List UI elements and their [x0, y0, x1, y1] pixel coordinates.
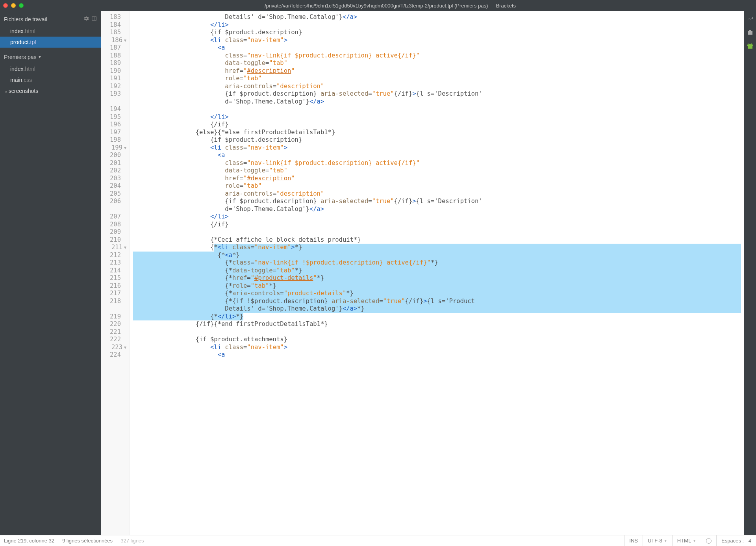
line-number[interactable]: [101, 305, 126, 313]
insert-mode[interactable]: INS: [624, 535, 643, 546]
code-line[interactable]: <a: [133, 44, 741, 52]
line-number[interactable]: 199▼: [101, 144, 126, 152]
code-line[interactable]: {*data-toggle="tab"*}: [133, 267, 741, 275]
minimize-window-button[interactable]: [11, 3, 16, 8]
working-file-index[interactable]: index.html: [0, 26, 101, 37]
code-line[interactable]: role="tab": [133, 182, 741, 190]
line-number[interactable]: 210: [101, 236, 126, 244]
lint-status[interactable]: [701, 535, 716, 546]
code-line[interactable]: Details' d='Shop.Theme.Catalog'}</a>: [133, 13, 741, 21]
line-number[interactable]: 192: [101, 83, 126, 91]
line-number[interactable]: 194: [101, 105, 126, 113]
indent-select[interactable]: Espaces : 4: [716, 535, 756, 546]
code-line[interactable]: {*href="#product-details"*}: [133, 274, 741, 282]
line-number[interactable]: 218: [101, 298, 126, 305]
line-number[interactable]: 183: [101, 13, 126, 21]
line-number[interactable]: 222: [101, 336, 126, 344]
split-view-icon[interactable]: [91, 16, 97, 22]
code-line[interactable]: role="tab": [133, 75, 741, 83]
line-number[interactable]: 219: [101, 313, 126, 321]
line-number[interactable]: 201: [101, 159, 126, 167]
code-line[interactable]: class="nav-link{if $product.description}…: [133, 159, 741, 167]
code-line[interactable]: {else}{*else firstProductDetailsTab1*}: [133, 129, 741, 137]
code-line[interactable]: [133, 105, 741, 113]
line-number[interactable]: 206: [101, 198, 126, 205]
line-number[interactable]: 221: [101, 328, 126, 336]
line-number[interactable]: 184: [101, 21, 126, 29]
line-number[interactable]: 223▼: [101, 344, 126, 352]
code-line[interactable]: <a: [133, 351, 741, 359]
code-line[interactable]: </li>: [133, 213, 741, 221]
line-number[interactable]: 205: [101, 190, 126, 198]
gear-icon[interactable]: [83, 16, 89, 22]
code-line[interactable]: <li class="nav-item">: [133, 144, 741, 152]
line-number[interactable]: 198: [101, 136, 126, 144]
code-line[interactable]: d='Shop.Theme.Catalog'}</a>: [133, 205, 741, 213]
project-item-index[interactable]: index.html: [0, 63, 101, 74]
code-line[interactable]: {*class="nav-link{if !$product.descripti…: [133, 259, 741, 267]
code-line[interactable]: {*{if !$product.description} aria-select…: [133, 298, 741, 305]
code-line[interactable]: [133, 328, 741, 336]
code-line[interactable]: {*role="tab"*}: [133, 282, 741, 290]
line-number[interactable]: 185: [101, 29, 126, 37]
line-number[interactable]: [101, 205, 126, 213]
close-window-button[interactable]: [3, 3, 8, 8]
code-line[interactable]: </li>: [133, 21, 741, 29]
line-number[interactable]: 207: [101, 213, 126, 221]
code-line[interactable]: </li>: [133, 113, 741, 121]
gift-icon[interactable]: [747, 43, 754, 51]
line-number[interactable]: 195: [101, 113, 126, 121]
encoding-select[interactable]: UTF-8 ▼: [643, 535, 672, 546]
code-line[interactable]: <li class="nav-item">: [133, 37, 741, 44]
code-line[interactable]: {if $product.description}: [133, 136, 741, 144]
code-line[interactable]: {*<li class="nav-item">*}: [133, 244, 741, 252]
extension-manager-icon[interactable]: [747, 29, 754, 37]
code-line[interactable]: {/if}{*end firstProductDetailsTab1*}: [133, 320, 741, 328]
code-line[interactable]: data-toggle="tab": [133, 167, 741, 175]
code-line[interactable]: <a: [133, 152, 741, 159]
working-file-product[interactable]: product.tpl: [0, 37, 101, 48]
code-line[interactable]: <li class="nav-item">: [133, 344, 741, 352]
code-line[interactable]: aria-controls="description": [133, 83, 741, 91]
code-line[interactable]: {/if}: [133, 121, 741, 129]
code-area[interactable]: Details' d='Shop.Theme.Catalog'}</a> </l…: [130, 11, 744, 535]
line-number[interactable]: 202: [101, 167, 126, 175]
line-number[interactable]: 187: [101, 44, 126, 52]
code-line[interactable]: {*aria-controls="product-details"*}: [133, 290, 741, 298]
code-line[interactable]: aria-controls="description": [133, 190, 741, 198]
live-preview-icon[interactable]: [747, 15, 754, 23]
code-line[interactable]: d='Shop.Theme.Catalog'}</a>: [133, 98, 741, 106]
code-line[interactable]: {*<a*}: [133, 252, 741, 259]
code-line[interactable]: {if $product.description} aria-selected=…: [133, 90, 741, 98]
code-line[interactable]: class="nav-link{if $product.description}…: [133, 52, 741, 60]
code-line[interactable]: {if $product.description} aria-selected=…: [133, 198, 741, 205]
line-number[interactable]: 188: [101, 52, 126, 60]
line-number[interactable]: 217: [101, 290, 126, 298]
code-line[interactable]: {if $product.attachments}: [133, 336, 741, 344]
zoom-window-button[interactable]: [19, 3, 24, 8]
language-select[interactable]: HTML ▼: [672, 535, 701, 546]
line-number[interactable]: 211▼: [101, 244, 126, 252]
line-number[interactable]: 216: [101, 282, 126, 290]
code-line[interactable]: href="#description": [133, 67, 741, 75]
line-number[interactable]: 214: [101, 267, 126, 275]
line-number[interactable]: 209: [101, 228, 126, 236]
project-item-main[interactable]: main.css: [0, 74, 101, 85]
line-number[interactable]: [101, 98, 126, 106]
line-number-gutter[interactable]: 183184185186▼187188189190191192193 19419…: [101, 11, 130, 535]
line-number[interactable]: 203: [101, 175, 126, 183]
code-line[interactable]: {/if}: [133, 221, 741, 229]
project-item-screenshots[interactable]: screenshots: [0, 85, 101, 96]
line-number[interactable]: 204: [101, 182, 126, 190]
line-number[interactable]: 208: [101, 221, 126, 229]
line-number[interactable]: 189: [101, 59, 126, 67]
line-number[interactable]: 190: [101, 67, 126, 75]
line-number[interactable]: 215: [101, 274, 126, 282]
line-number[interactable]: 200: [101, 152, 126, 159]
code-line[interactable]: {*Ceci affiche le block details produit*…: [133, 236, 741, 244]
code-line[interactable]: {if $product.description}: [133, 29, 741, 37]
line-number[interactable]: 193: [101, 90, 126, 98]
line-number[interactable]: 212: [101, 252, 126, 259]
code-line[interactable]: href="#description": [133, 175, 741, 183]
cursor-status[interactable]: Ligne 219, colonne 32 — 9 lignes sélecti…: [4, 538, 624, 544]
